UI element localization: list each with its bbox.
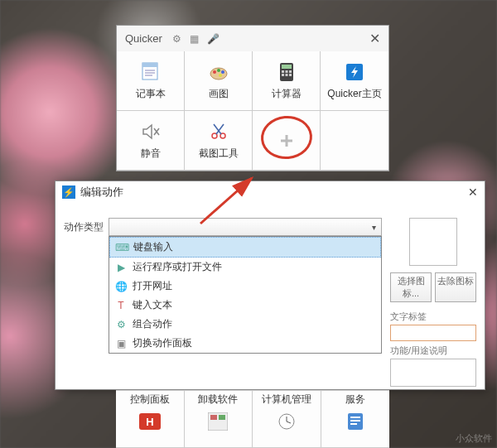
calculator-icon	[275, 60, 298, 84]
cell-uninstall[interactable]: 卸载软件	[185, 390, 253, 448]
svg-point-8	[221, 70, 224, 74]
plus-icon	[275, 129, 298, 152]
cell-snip[interactable]: 截图工具	[185, 111, 253, 171]
cell-label: 静音	[141, 147, 161, 161]
dropdown-item-combo[interactable]: ⚙ 组合动作	[109, 315, 381, 334]
cell-label: 记事本	[136, 87, 166, 101]
cell-computermgmt[interactable]: 计算机管理	[253, 390, 321, 448]
svg-rect-15	[282, 74, 284, 76]
cell-controlpanel[interactable]: 控制面板 H	[116, 390, 185, 448]
combo-icon: ⚙	[114, 318, 128, 331]
dropdown-item-label: 打开网址	[133, 279, 172, 293]
mic-icon[interactable]: 🎤	[207, 33, 220, 45]
grid-icon[interactable]: ▦	[190, 33, 199, 45]
cell-label: 卸载软件	[198, 393, 238, 407]
mute-icon	[139, 120, 162, 143]
scissors-icon	[207, 120, 230, 143]
cell-label: Quicker主页	[327, 87, 381, 101]
cell-label: 截图工具	[199, 147, 239, 161]
lightning-icon	[343, 60, 366, 84]
watermark: 小众软件	[456, 432, 492, 445]
panel-icon: ▣	[114, 337, 128, 350]
edit-action-dialog: ⚡ 编辑动作 ✕ 动作类型 ▾ ⌨ 键盘输入	[55, 181, 485, 390]
dropdown-item-label: 运行程序或打开文件	[133, 260, 222, 274]
cell-label: 画图	[209, 87, 229, 101]
action-type-dropdown: ⌨ 键盘输入 ▶ 运行程序或打开文件 🌐 打开网址 T	[109, 236, 382, 354]
quicker-titlebar: Quicker ⚙ ▦ 🎤 ✕	[117, 26, 388, 51]
notepad-icon	[139, 60, 162, 84]
cell-calculator[interactable]: 计算器	[253, 51, 321, 111]
dropdown-item-run[interactable]: ▶ 运行程序或打开文件	[109, 258, 381, 277]
action-type-combo[interactable]: ▾	[109, 218, 382, 236]
text-label-label: 文字标签	[390, 311, 476, 323]
svg-point-9	[219, 74, 222, 77]
svg-rect-16	[285, 74, 287, 76]
quicker-title: Quicker	[125, 32, 162, 45]
svg-rect-17	[289, 74, 292, 76]
svg-rect-1	[142, 63, 157, 67]
close-icon[interactable]: ✕	[369, 31, 380, 46]
cell-mute[interactable]: 静音	[117, 111, 185, 171]
dropdown-item-label: 切换动作面板	[133, 336, 192, 350]
clock-icon	[275, 410, 298, 433]
action-type-label: 动作类型	[64, 218, 104, 234]
svg-rect-31	[210, 415, 217, 420]
cell-quickerhome[interactable]: Quicker主页	[321, 51, 388, 111]
select-icon-button[interactable]: 选择图标...	[390, 272, 432, 302]
description-input[interactable]	[390, 359, 476, 387]
description-label: 功能/用途说明	[390, 344, 476, 357]
close-icon[interactable]: ✕	[468, 185, 478, 199]
dropdown-item-label: 组合动作	[133, 317, 172, 331]
paint-icon	[207, 60, 230, 84]
svg-rect-12	[282, 70, 284, 73]
chevron-down-icon: ▾	[372, 223, 376, 232]
dropdown-item-label: 键盘输入	[133, 240, 173, 254]
run-icon: ▶	[114, 261, 128, 274]
svg-rect-38	[350, 420, 360, 422]
quicker-panel: Quicker ⚙ ▦ 🎤 ✕ 记事本 画图 计算器	[116, 25, 389, 171]
dropdown-item-url[interactable]: 🌐 打开网址	[109, 277, 381, 296]
svg-rect-13	[285, 70, 287, 73]
cell-add[interactable]	[253, 111, 321, 171]
svg-rect-37	[350, 417, 360, 418]
action-grid: 记事本 画图 计算器 Quicker主页 静音	[117, 51, 388, 171]
doc-icon	[344, 410, 367, 433]
keyboard-icon: ⌨	[115, 241, 128, 254]
cell-empty[interactable]	[321, 111, 388, 171]
cell-label: 服务	[345, 393, 365, 407]
dropdown-item-keyboard[interactable]: ⌨ 键盘输入	[109, 237, 381, 258]
cell-label: 计算机管理	[262, 393, 311, 407]
dropdown-item-type[interactable]: T 键入文本	[109, 296, 381, 315]
cell-label: 计算器	[272, 87, 302, 101]
cell-services[interactable]: 服务	[321, 390, 390, 448]
red-h-icon: H	[138, 410, 162, 433]
dropdown-item-label: 键入文本	[133, 298, 172, 312]
text-label-input[interactable]	[390, 325, 476, 341]
cell-notepad[interactable]: 记事本	[117, 51, 185, 111]
svg-rect-39	[350, 423, 357, 425]
svg-rect-14	[289, 70, 292, 73]
svg-point-6	[213, 70, 216, 74]
svg-rect-32	[219, 415, 225, 420]
lightning-icon: ⚡	[62, 185, 75, 199]
app-icon	[206, 410, 229, 433]
bottom-grid: 控制面板 H 卸载软件 计算机管理 服务	[116, 390, 389, 448]
svg-rect-11	[282, 65, 292, 69]
cell-label: 控制面板	[130, 393, 170, 407]
dialog-title: 编辑动作	[80, 185, 123, 200]
cell-paint[interactable]: 画图	[185, 51, 253, 111]
gear-icon[interactable]: ⚙	[172, 33, 181, 45]
remove-icon-button[interactable]: 去除图标	[435, 272, 476, 302]
dropdown-item-switch[interactable]: ▣ 切换动作面板	[109, 334, 381, 353]
dialog-titlebar: ⚡ 编辑动作 ✕	[55, 181, 485, 203]
icon-preview	[409, 218, 457, 266]
svg-point-7	[217, 69, 220, 72]
globe-icon: 🌐	[114, 280, 128, 293]
text-icon: T	[114, 299, 128, 312]
svg-text:H: H	[146, 416, 153, 428]
